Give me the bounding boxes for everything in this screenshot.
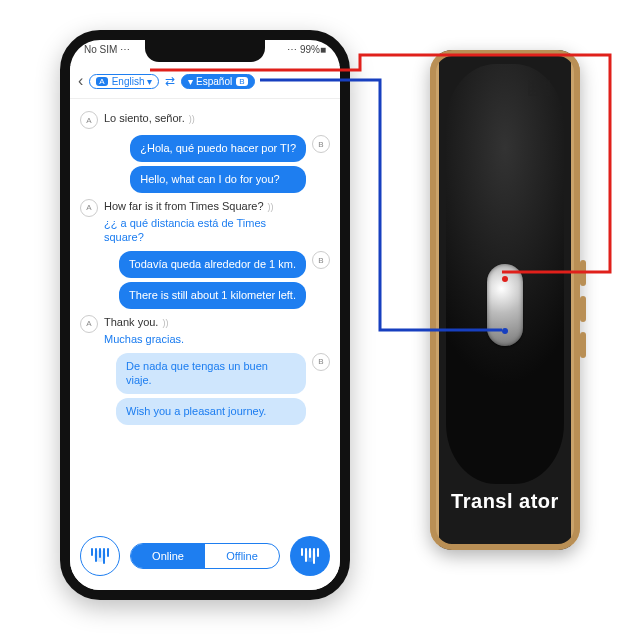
message-text: Lo siento, señor.)) bbox=[104, 111, 195, 126]
avatar-a: A bbox=[80, 111, 98, 129]
avatar-b: B bbox=[312, 135, 330, 153]
back-icon[interactable]: ‹ bbox=[78, 72, 83, 90]
waveform-icon bbox=[301, 548, 319, 564]
mode-offline[interactable]: Offline bbox=[205, 544, 279, 568]
bubble: Hello, what can I do for you? bbox=[130, 166, 306, 193]
smartphone-mockup: No SIM ⋯ ⋯ 99%■ ‹ A English ▾ ⇄ ▾ Españo… bbox=[60, 30, 350, 600]
bottom-toolbar: Online Offline bbox=[70, 528, 340, 590]
language-header: ‹ A English ▾ ⇄ ▾ Español B bbox=[70, 66, 340, 99]
bubble: Todavía queda alrededor de 1 km. bbox=[119, 251, 306, 278]
app-screen: ‹ A English ▾ ⇄ ▾ Español B A Lo siento,… bbox=[70, 66, 340, 590]
language-b-chip[interactable]: ▾ Español B bbox=[181, 74, 254, 89]
message-row: De nada que tengas un buen viaje. Wish y… bbox=[80, 353, 330, 426]
phone-notch bbox=[145, 40, 265, 62]
status-right: ⋯ 99%■ bbox=[287, 44, 326, 55]
message-bubbles: Todavía queda alrededor de 1 km. There i… bbox=[119, 251, 306, 309]
language-b-label: ▾ Español bbox=[188, 76, 232, 87]
avatar-b: B bbox=[312, 353, 330, 371]
conversation: A Lo siento, señor.)) ¿Hola, qué puedo h… bbox=[70, 99, 340, 528]
side-buttons[interactable] bbox=[580, 260, 586, 368]
message-row: A How far is it from Times Square?)) ¿¿ … bbox=[80, 199, 330, 246]
language-a-chip[interactable]: A English ▾ bbox=[89, 74, 159, 89]
message-row: A Thank you.)) Muchas gracias. bbox=[80, 315, 330, 347]
mode-online[interactable]: Online bbox=[131, 544, 205, 568]
device-brand: Transl ator bbox=[430, 490, 580, 513]
avatar-b: B bbox=[312, 251, 330, 269]
message-text: How far is it from Times Square?)) ¿¿ a … bbox=[104, 199, 294, 246]
message-row: A Lo siento, señor.)) bbox=[80, 111, 330, 129]
message-text: Thank you.)) Muchas gracias. bbox=[104, 315, 184, 347]
sound-icon[interactable]: )) bbox=[189, 114, 195, 124]
mic-button-a[interactable] bbox=[80, 536, 120, 576]
message-row: ¿Hola, qué puedo hacer por TI? Hello, wh… bbox=[80, 135, 330, 193]
language-a-label: English ▾ bbox=[112, 76, 153, 87]
status-left: No SIM ⋯ bbox=[84, 44, 130, 55]
bubble: There is still about 1 kilometer left. bbox=[119, 282, 306, 309]
mode-toggle[interactable]: Online Offline bbox=[130, 543, 280, 569]
avatar-a: A bbox=[80, 199, 98, 217]
translator-device: Transl ator bbox=[430, 50, 580, 550]
avatar-a: A bbox=[80, 315, 98, 333]
mic-button-b[interactable] bbox=[290, 536, 330, 576]
device-face bbox=[446, 64, 564, 484]
waveform-icon bbox=[91, 548, 109, 564]
bubble: De nada que tengas un buen viaje. bbox=[116, 353, 306, 395]
sound-icon[interactable]: )) bbox=[268, 202, 274, 212]
speaker-grille-icon bbox=[528, 80, 550, 96]
product-composite: No SIM ⋯ ⋯ 99%■ ‹ A English ▾ ⇄ ▾ Españo… bbox=[0, 0, 640, 640]
badge-a: A bbox=[96, 77, 107, 86]
rocker-button[interactable] bbox=[487, 264, 523, 346]
sound-icon[interactable]: )) bbox=[162, 318, 168, 328]
bubble: ¿Hola, qué puedo hacer por TI? bbox=[130, 135, 306, 162]
message-row: Todavía queda alrededor de 1 km. There i… bbox=[80, 251, 330, 309]
swap-icon[interactable]: ⇄ bbox=[165, 74, 175, 88]
bubble: Wish you a pleasant journey. bbox=[116, 398, 306, 425]
message-bubbles: De nada que tengas un buen viaje. Wish y… bbox=[116, 353, 306, 426]
badge-b: B bbox=[236, 77, 247, 86]
message-bubbles: ¿Hola, qué puedo hacer por TI? Hello, wh… bbox=[130, 135, 306, 193]
